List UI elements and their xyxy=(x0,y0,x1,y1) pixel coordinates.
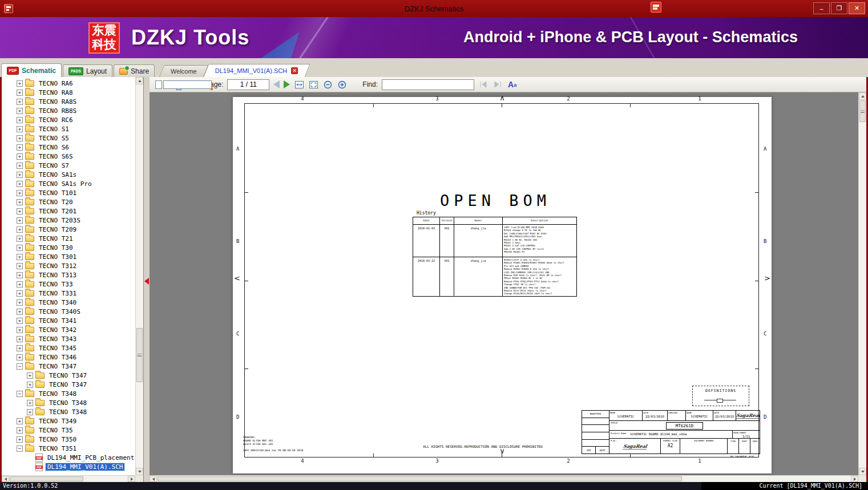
red-badge-icon[interactable] xyxy=(651,2,661,13)
collapse-sidebar-icon[interactable] xyxy=(144,278,149,285)
scroll-up-button[interactable] xyxy=(136,77,143,84)
scroll-up-button[interactable] xyxy=(859,92,866,100)
tree-item[interactable]: +TECNO T348 xyxy=(2,398,135,407)
tree-item[interactable]: −TECNO T348 xyxy=(2,389,135,398)
expand-icon[interactable]: + xyxy=(27,382,33,388)
scrollbar-thumb[interactable] xyxy=(158,476,682,481)
sidebar-vertical-scrollbar[interactable] xyxy=(135,77,143,475)
expand-icon[interactable]: + xyxy=(17,245,23,251)
tree-item-label[interactable]: TECNO RC6 xyxy=(37,116,75,124)
tree-item[interactable]: +TECNO T33 xyxy=(2,280,135,289)
scrollbar-thumb[interactable] xyxy=(136,328,143,382)
tree-item[interactable]: −TECNO T347 xyxy=(2,362,135,371)
tree-item-label[interactable]: TECNO T33 xyxy=(37,281,75,288)
expand-icon[interactable]: + xyxy=(17,345,23,351)
tree-item-label[interactable]: TECNO S5 xyxy=(37,135,71,142)
expand-icon[interactable]: + xyxy=(17,126,23,132)
tree-item-label[interactable]: TECNO T30 xyxy=(37,244,75,252)
tree-item-label[interactable]: TECNO T349 xyxy=(37,418,78,425)
expand-icon[interactable]: + xyxy=(17,163,23,169)
tree-item-label[interactable]: DL194_MMI_V01(A).SCH xyxy=(46,463,124,471)
tree-item[interactable]: +TECNO T349 xyxy=(2,416,135,426)
tree-item-label[interactable]: TECNO T342 xyxy=(37,326,78,334)
expand-icon[interactable]: + xyxy=(17,90,23,96)
expand-icon[interactable]: + xyxy=(17,226,23,233)
find-previous-icon[interactable] xyxy=(478,79,488,90)
tree-item-label[interactable]: TECNO T209 xyxy=(37,226,78,233)
scroll-right-button[interactable] xyxy=(851,476,858,482)
tree-item-label[interactable]: TECNO T347 xyxy=(47,381,88,388)
tree-item[interactable]: +TECNO S6 xyxy=(2,143,135,152)
tree-item[interactable]: +TECNO RA8 xyxy=(2,88,135,97)
expand-icon[interactable]: + xyxy=(17,181,23,187)
tree-item[interactable]: +TECNO T346 xyxy=(2,353,135,362)
tree-item[interactable]: +TECNO T340S xyxy=(2,307,135,316)
tree-item-label[interactable]: TECNO T350 xyxy=(37,436,78,443)
tree-item[interactable]: +TECNO T341 xyxy=(2,316,135,325)
tree-item[interactable]: +TECNO T312 xyxy=(2,261,135,270)
find-next-icon[interactable] xyxy=(492,79,503,90)
tree-item[interactable]: +TECNO T35 xyxy=(2,426,135,435)
fit-width-icon[interactable] xyxy=(294,79,304,90)
tree-item-label[interactable]: TECNO T346 xyxy=(37,354,78,361)
tree-item-label[interactable]: TECNO T101 xyxy=(37,189,78,197)
tree-item-label[interactable]: TECNO T21 xyxy=(37,235,75,242)
snapshot-page-icon[interactable] xyxy=(182,79,192,90)
tree-item-label[interactable]: TECNO T348 xyxy=(37,390,78,398)
expand-icon[interactable]: + xyxy=(27,372,33,379)
expand-icon[interactable]: + xyxy=(17,299,23,306)
expand-icon[interactable]: + xyxy=(17,436,23,443)
font-size-icon[interactable]: A a xyxy=(508,80,516,88)
expand-icon[interactable]: + xyxy=(17,427,23,434)
tree-item-label[interactable]: TECNO T340 xyxy=(37,299,78,306)
tree-item-label[interactable]: TECNO RB8S xyxy=(37,107,78,115)
scroll-left-button[interactable] xyxy=(2,476,9,482)
tree-item[interactable]: +TECNO T342 xyxy=(2,325,135,334)
expand-icon[interactable]: + xyxy=(17,336,23,342)
zoom-in-icon[interactable] xyxy=(337,79,347,90)
tree-item[interactable]: +TECNO T331 xyxy=(2,289,135,298)
tree-item-label[interactable]: TECNO T203S xyxy=(37,217,82,224)
tree-item-label[interactable]: TECNO RA8 xyxy=(37,89,75,96)
tree-item-label[interactable]: TECNO RA8S xyxy=(37,98,78,106)
expand-icon[interactable]: + xyxy=(17,108,23,114)
tree-item-label[interactable]: TECNO RA6 xyxy=(37,80,75,87)
restore-button[interactable]: ❐ xyxy=(831,2,847,14)
expand-icon[interactable]: + xyxy=(17,318,23,324)
tree-item[interactable]: +TECNO T21 xyxy=(2,234,135,243)
expand-icon[interactable]: + xyxy=(17,217,23,224)
find-input[interactable] xyxy=(382,79,474,90)
tree-item[interactable]: PDFDL194_MMI_PCB_placement xyxy=(2,453,135,462)
tree-item-label[interactable]: TECNO T201 xyxy=(37,208,78,215)
tree-item-label[interactable]: TECNO S1 xyxy=(37,125,71,133)
tree-item-label[interactable]: TECNO T351 xyxy=(37,445,78,452)
tree-item[interactable]: +TECNO S1 xyxy=(2,124,135,133)
sidebar-horizontal-scrollbar[interactable] xyxy=(2,475,135,482)
tree-item[interactable]: +TECNO SA1s Pro xyxy=(2,179,135,188)
tree-item[interactable]: +TECNO T345 xyxy=(2,343,135,353)
expand-icon[interactable]: + xyxy=(17,281,23,287)
close-button[interactable]: ✕ xyxy=(849,2,865,14)
expand-icon[interactable]: + xyxy=(17,144,23,151)
document-viewport[interactable]: ∧ ∨ < > OPEN BOM History Date Version Ow… xyxy=(150,92,866,482)
tree-item[interactable]: +TECNO RB8S xyxy=(2,106,135,115)
open-page-icon[interactable] xyxy=(154,79,164,90)
next-page-icon[interactable] xyxy=(284,80,290,88)
tree-item-label[interactable]: TECNO T347 xyxy=(47,372,88,379)
scroll-left-button[interactable] xyxy=(150,476,157,482)
previous-page-icon[interactable] xyxy=(273,80,280,88)
tree-item[interactable]: −TECNO T351 xyxy=(2,444,135,453)
tree-item-label[interactable]: TECNO T20 xyxy=(37,199,75,206)
tree-item[interactable]: +TECNO T101 xyxy=(2,188,135,197)
expand-icon[interactable]: + xyxy=(17,190,23,196)
expand-icon[interactable]: + xyxy=(17,135,23,141)
page-number-input[interactable] xyxy=(227,79,269,90)
tree-item[interactable]: +TECNO T348 xyxy=(2,407,135,416)
tree-item-label[interactable]: TECNO T35 xyxy=(37,427,75,434)
tree-item[interactable]: +TECNO RA8S xyxy=(2,97,135,106)
expand-icon[interactable]: + xyxy=(27,400,33,406)
tree-item[interactable]: +TECNO T350 xyxy=(2,435,135,444)
tree-item[interactable]: +TECNO T313 xyxy=(2,270,135,280)
scroll-down-button[interactable] xyxy=(136,468,143,475)
tree-item-label[interactable]: TECNO T348 xyxy=(47,408,88,416)
